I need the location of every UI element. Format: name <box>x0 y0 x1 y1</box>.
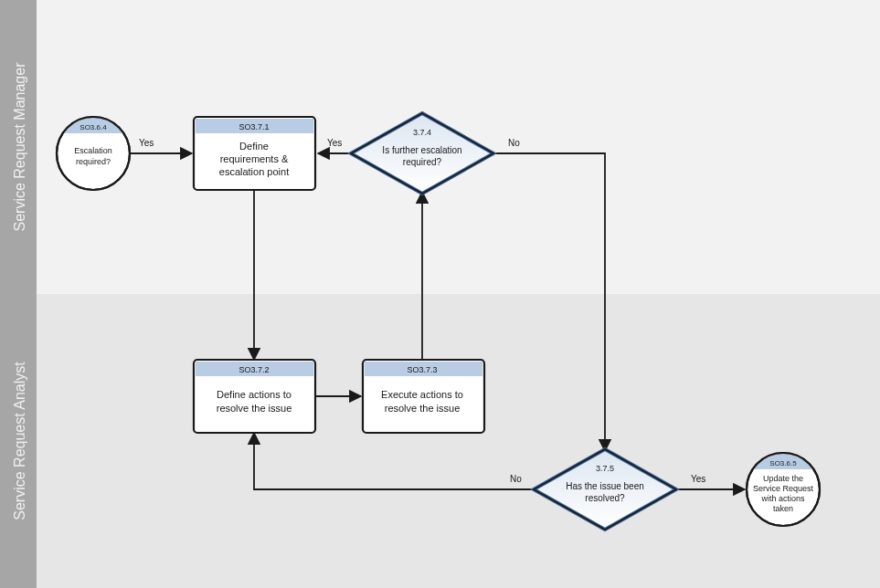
node-375-text1: Has the issue been <box>566 481 644 491</box>
node-371-id: SO3.7.1 <box>239 122 269 131</box>
node-end: SO3.6.5 Update the Service Request with … <box>747 453 820 526</box>
node-start-text1: Escalation <box>74 146 112 155</box>
flowchart-diagram: Service Request Manager Service Request … <box>0 0 880 588</box>
node-end-id: SO3.6.5 <box>769 459 797 467</box>
node-start-id: SO3.6.4 <box>80 123 107 131</box>
node-372-id: SO3.7.2 <box>239 365 269 374</box>
edge-label-start-yes: Yes <box>139 138 154 148</box>
edge-label-375-yes: Yes <box>691 474 705 484</box>
node-371-text3: escalation point <box>219 166 289 177</box>
node-373-text2: resolve the issue <box>385 403 461 414</box>
lane-top-label: Service Request Manager <box>12 62 27 232</box>
node-373-id: SO3.7.3 <box>407 365 437 374</box>
lane-bottom-label: Service Request Analyst <box>12 362 27 520</box>
node-start-text2: required? <box>76 157 111 166</box>
node-end-text4: taken <box>773 504 793 513</box>
node-372-text2: resolve the issue <box>217 403 292 414</box>
node-372: SO3.7.2 Define actions to resolve the is… <box>194 360 315 433</box>
node-375-text2: resolved? <box>585 493 625 503</box>
node-372-text1: Define actions to <box>217 389 292 400</box>
node-374-id: 3.7.4 <box>413 128 431 137</box>
node-371-text1: Define <box>239 141 269 152</box>
node-375-id: 3.7.5 <box>596 464 614 473</box>
edge-label-374-no: No <box>508 138 520 148</box>
node-371-text2: requirements & <box>220 153 289 164</box>
edge-label-374-yes: Yes <box>327 138 342 148</box>
node-374-text1: Is further escalation <box>382 145 461 155</box>
node-374-text2: required? <box>403 157 442 167</box>
lane-bottom-bg <box>37 294 880 588</box>
node-371: SO3.7.1 Define requirements & escalation… <box>194 117 315 190</box>
node-373: SO3.7.3 Execute actions to resolve the i… <box>363 360 484 433</box>
node-end-text1: Update the <box>763 474 803 483</box>
node-373-text1: Execute actions to <box>381 389 463 400</box>
node-end-text3: with actions <box>760 494 805 503</box>
node-end-text2: Service Request <box>753 484 814 493</box>
edge-label-375-no: No <box>510 474 522 484</box>
node-start: SO3.6.4 Escalation required? <box>57 117 130 190</box>
